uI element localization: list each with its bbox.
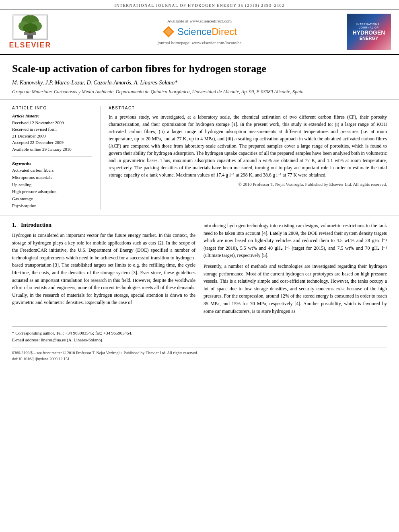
journal-logo-intl: International Journal of	[349, 23, 389, 30]
footnote-email: E-mail address: linares@ua.es (A. Linare…	[12, 337, 387, 343]
accepted-date: Accepted 22 December 2009	[12, 139, 92, 146]
abstract-copyright: © 2010 Professor T. Nejat Veziroglu. Pub…	[109, 182, 387, 187]
article-history-block: Article history: Received 12 November 20…	[12, 113, 92, 157]
keyword-4: High pressure adsorption	[12, 188, 92, 195]
abstract-label: ABSTRACT	[109, 106, 387, 110]
elsevier-brand-label: ELSEVIER	[9, 41, 51, 49]
intro-paragraph-2: introducing hydrogen technology into exi…	[204, 222, 387, 259]
journal-name: INTERNATIONAL JOURNAL OF HYDROGEN ENERGY…	[114, 3, 284, 8]
journal-banner: ELSEVIER Available at www.sciencedirect.…	[0, 10, 399, 55]
intro-paragraph-3: Presently, a number of methods and techn…	[204, 263, 387, 315]
main-content: 1. Introduction Hydrogen is considered a…	[0, 216, 399, 368]
received-revised-date: 21 December 2009	[12, 133, 92, 140]
footer-line1: 0360-3199/$ – see front matter © 2010 Pr…	[12, 350, 387, 356]
journal-logo-energy: ENERGY	[360, 36, 378, 41]
keyword-5: Gas storage	[12, 195, 92, 203]
keyword-6: Physisorption	[12, 202, 92, 210]
history-label: Article history:	[12, 113, 92, 118]
received-date1: Received 12 November 2009	[12, 119, 92, 126]
sd-diamond-icon	[162, 25, 175, 38]
authors: M. Kunowsky, J.P. Marco-Lozar, D. Cazorl…	[12, 80, 387, 86]
paper-title: Scale-up activation of carbon fibres for…	[12, 62, 387, 75]
article-info-abstract: ARTICLE INFO Article history: Received 1…	[0, 100, 399, 216]
article-info-label: ARTICLE INFO	[12, 106, 92, 110]
intro-right-body: introducing hydrogen technology into exi…	[204, 222, 387, 315]
keyword-3: Up-scaling	[12, 181, 92, 189]
intro-paragraph-1: Hydrogen is considered an important vect…	[12, 232, 195, 306]
journal-logo-hydrogen: HYDROGEN	[353, 30, 385, 36]
elsevier-logo: ELSEVIER	[8, 14, 52, 49]
affiliation: Grupo de Materiales Carbonosos y Medio A…	[12, 88, 387, 95]
journal-header-bar: INTERNATIONAL JOURNAL OF HYDROGEN ENERGY…	[0, 0, 399, 10]
footer-line2: doi:10.1016/j.ijhydene.2009.12.151	[12, 356, 387, 362]
svg-rect-6	[29, 31, 31, 33]
sciencedirect-text: ScienceDirect	[177, 26, 237, 37]
footnote-corresponding: * Corresponding author. Tel.: +34 965903…	[12, 330, 387, 337]
keywords-block: Keywords: Activated carbon fibers Microp…	[12, 161, 92, 210]
sciencedirect-section: Available at www.sciencedirect.com Scien…	[52, 18, 347, 45]
intro-right-col: introducing hydrogen technology into exi…	[204, 222, 387, 318]
journal-right-logo: International Journal of HYDROGEN ENERGY	[347, 14, 391, 50]
received-revised-label: Received in revised form	[12, 126, 92, 133]
sciencedirect-logo: ScienceDirect	[52, 25, 347, 38]
available-at-text: Available at www.sciencedirect.com	[52, 18, 347, 23]
paper-title-section: Scale-up activation of carbon fibres for…	[0, 55, 399, 100]
introduction-section: 1. Introduction Hydrogen is considered a…	[12, 222, 387, 318]
keyword-1: Activated carbon fibers	[12, 167, 92, 174]
keywords-label: Keywords:	[12, 161, 92, 166]
intro-heading: 1. Introduction	[12, 222, 195, 228]
intro-left-col: 1. Introduction Hydrogen is considered a…	[12, 222, 195, 318]
keyword-2: Microporous materials	[12, 174, 92, 181]
intro-body-text: Hydrogen is considered an important vect…	[12, 232, 195, 306]
article-info-column: ARTICLE INFO Article history: Received 1…	[12, 106, 101, 210]
section-title: Introduction	[21, 222, 51, 228]
section-number: 1.	[12, 222, 16, 228]
abstract-column: ABSTRACT In a previous study, we investi…	[101, 106, 387, 210]
abstract-text: In a previous study, we investigated, at…	[109, 113, 387, 179]
elsevier-tree-icon	[12, 14, 48, 40]
homepage-url: journal homepage: www.elsevier.com/locat…	[52, 40, 347, 45]
footer-bar: 0360-3199/$ – see front matter © 2010 Pr…	[12, 347, 387, 362]
available-online-date: Available online 29 January 2010	[12, 146, 92, 153]
footnote-section: * Corresponding author. Tel.: +34 965903…	[12, 326, 387, 343]
abstract-paragraph: In a previous study, we investigated, at…	[109, 113, 387, 179]
